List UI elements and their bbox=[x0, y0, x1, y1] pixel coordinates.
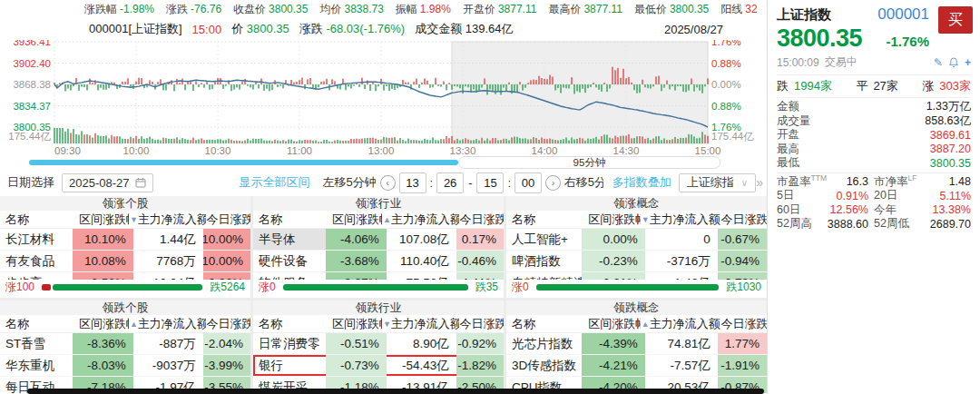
cell-name: 日常消费零 bbox=[253, 333, 326, 354]
column-header[interactable]: 今日涨跌幅 bbox=[720, 212, 767, 228]
column-header[interactable]: 名称 bbox=[253, 316, 332, 332]
start-minute-input[interactable] bbox=[436, 172, 464, 193]
table-row[interactable]: 步步高9.52%10.04亿9.96% bbox=[0, 272, 250, 280]
stat-label: 涨跌幅 bbox=[84, 3, 117, 15]
column-header[interactable]: 今日涨跌幅 bbox=[720, 316, 767, 332]
table-row[interactable]: 有友食品10.08%7768万10.00% bbox=[0, 251, 250, 272]
column-header-label: 今日涨跌幅 bbox=[206, 316, 250, 332]
column-header[interactable]: 区间涨跌幅▲ bbox=[79, 316, 138, 332]
pair-value: 0.91% bbox=[837, 190, 874, 202]
pair-label: 20日 bbox=[874, 188, 897, 203]
table-row[interactable]: 3D传感指数-4.21%-7.57亿-1.91% bbox=[506, 355, 767, 377]
edit-icon[interactable]: ✎ bbox=[934, 57, 943, 68]
column-header[interactable]: 名称 bbox=[506, 212, 588, 228]
date-value: 2025-08-27 bbox=[69, 176, 130, 190]
table-header[interactable]: 名称区间涨跌幅▲主力净流入额今日涨跌幅 bbox=[0, 315, 250, 333]
table-row[interactable]: 软件服务-3.27%75.56亿-1.11% bbox=[253, 272, 504, 280]
stock-app-window: 涨跌幅-1.98%涨跌-76.76收盘价3800.35均价3838.73振幅1.… bbox=[0, 0, 980, 394]
step-back-icon[interactable]: ‹ bbox=[380, 175, 396, 191]
move-left-label[interactable]: 左移5分钟 bbox=[323, 174, 377, 191]
multi-index-overlay-link[interactable]: 多指数叠加 bbox=[612, 174, 671, 191]
pair-value: 3888.60 bbox=[828, 218, 874, 231]
column-header[interactable]: 名称 bbox=[253, 212, 332, 228]
table-header[interactable]: 名称区间涨跌幅▼主力净流入额今日涨跌幅 bbox=[0, 211, 250, 229]
slider-window-handle[interactable]: 95分钟 bbox=[458, 156, 720, 169]
step-forward-icon[interactable]: › bbox=[545, 175, 561, 191]
column-header[interactable]: 今日涨跌幅 bbox=[206, 212, 250, 228]
table-row[interactable]: 啤酒指数-0.23%-3716万-0.94% bbox=[506, 251, 767, 272]
stat-value: 858.63亿 bbox=[925, 113, 971, 129]
column-header[interactable]: 主力净流入额 bbox=[650, 316, 721, 332]
index-select-dropdown[interactable]: 上证综指 ∨ bbox=[679, 173, 756, 192]
table-row[interactable]: 半导体-4.06%107.08亿0.17% bbox=[253, 229, 504, 251]
table-header[interactable]: 名称区间涨跌幅▼主力净流入额今日涨跌幅 bbox=[506, 211, 767, 229]
table-row[interactable]: 日常消费零-0.51%8.90亿-0.92% bbox=[253, 333, 504, 355]
table-row[interactable]: ST香雪-8.36%-887万-2.04% bbox=[0, 333, 250, 355]
column-header[interactable]: 主力净流入额 bbox=[391, 316, 460, 332]
table-header[interactable]: 名称区间涨跌幅▲主力净流入额今日涨跌幅 bbox=[506, 315, 767, 333]
end-hour-input[interactable] bbox=[476, 172, 504, 193]
show-full-range-link[interactable]: 显示全部区间 bbox=[240, 174, 310, 191]
cell-value: 1.46亿 bbox=[645, 272, 718, 280]
updown-summary-bar: 涨0跌1030 bbox=[506, 280, 767, 294]
down-count-label: 跌5264 bbox=[210, 280, 245, 295]
table-row[interactable]: 专精特新精选-0.21%1.46亿-0.79% bbox=[506, 272, 767, 280]
column-header[interactable]: 今日涨跌幅 bbox=[459, 316, 504, 332]
chevron-down-icon: ∨ bbox=[741, 178, 748, 188]
table-row[interactable]: 人工智能+0.00%0-0.67% bbox=[506, 229, 767, 251]
column-header[interactable]: 主力净流入额 bbox=[391, 212, 460, 228]
stat-label: 均价 bbox=[319, 3, 341, 15]
column-header[interactable]: 名称 bbox=[0, 212, 79, 228]
column-header-label: 区间涨跌幅 bbox=[332, 212, 382, 228]
column-header[interactable]: 主力净流入额 bbox=[650, 212, 721, 228]
column-header[interactable]: 区间涨跌幅▲ bbox=[332, 212, 391, 228]
column-header[interactable]: 名称 bbox=[506, 316, 588, 332]
date-picker[interactable]: 2025-08-27 bbox=[62, 173, 153, 192]
buy-button[interactable]: 买 bbox=[938, 6, 973, 34]
video-scrub-bar[interactable] bbox=[27, 389, 764, 394]
column-header[interactable]: 区间涨跌幅▼ bbox=[332, 316, 391, 332]
start-hour-input[interactable] bbox=[399, 172, 426, 193]
index-code[interactable]: 000001 bbox=[877, 5, 929, 24]
column-header[interactable]: 今日涨跌幅 bbox=[459, 212, 504, 228]
cell-name: 华东重机 bbox=[0, 355, 73, 376]
column-header[interactable]: 主力净流入额 bbox=[138, 316, 207, 332]
stat-label: 最高价 bbox=[548, 3, 581, 15]
end-minute-input[interactable] bbox=[514, 172, 542, 193]
alarm-icon[interactable] bbox=[948, 57, 959, 68]
table-row[interactable]: 长江材料10.10%1.44亿10.00% bbox=[0, 229, 250, 251]
intraday-chart[interactable]: 3936.413902.403868.383834.373800.351.76%… bbox=[0, 40, 767, 156]
table-row[interactable]: 华东重机-8.03%-9037万-3.99% bbox=[0, 355, 250, 377]
quote-pair-row: 市盈率TTM16.3市净率LF1.48 bbox=[777, 175, 971, 190]
column-header[interactable]: 区间涨跌幅▼ bbox=[588, 212, 649, 228]
pair-label: 52周低 bbox=[874, 216, 909, 231]
column-header[interactable]: 区间涨跌幅▲ bbox=[588, 316, 649, 332]
slider-track-filled[interactable] bbox=[29, 160, 458, 165]
collapse-arrows-icon[interactable]: » bbox=[756, 175, 763, 190]
move-right-label[interactable]: 右移5分钟 bbox=[564, 174, 603, 191]
pair-label-sup: LF bbox=[908, 173, 917, 182]
cell-value: -0.23% bbox=[582, 251, 645, 271]
quote-stat-row: 开盘3869.61 bbox=[777, 128, 971, 143]
range-slider[interactable]: 95分钟 bbox=[29, 156, 720, 169]
table-row[interactable]: 银行-0.73%-54.43亿-1.82% bbox=[253, 355, 504, 377]
table-title: 领跌概念 bbox=[506, 300, 767, 315]
add-icon[interactable]: + bbox=[965, 57, 971, 68]
top-stat-item: 均价3838.73 bbox=[319, 2, 383, 17]
pair-cell: 52周低2689.70 bbox=[874, 217, 971, 231]
sort-asc-icon: ▲ bbox=[383, 215, 391, 224]
column-header[interactable]: 主力净流入额 bbox=[138, 212, 207, 228]
column-header[interactable]: 今日涨跌幅 bbox=[206, 316, 250, 332]
column-header-label: 名称 bbox=[259, 212, 282, 228]
table-header[interactable]: 名称区间涨跌幅▼主力净流入额今日涨跌幅 bbox=[253, 315, 504, 333]
stat-label: 开盘价 bbox=[463, 3, 495, 15]
table-row[interactable]: 光芯片指数-4.39%74.81亿1.77% bbox=[506, 333, 767, 355]
table-header[interactable]: 名称区间涨跌幅▲主力净流入额今日涨跌幅 bbox=[253, 211, 504, 229]
cell-name: 软件服务 bbox=[253, 272, 326, 280]
updown-summary-bar: 涨0跌35 bbox=[253, 280, 504, 294]
table-row[interactable]: 硬件设备-3.68%110.40亿-0.46% bbox=[253, 251, 504, 272]
column-header-label: 主力净流入额 bbox=[650, 316, 720, 332]
column-header[interactable]: 名称 bbox=[0, 316, 79, 332]
updown-summary-bar: 涨100跌5264 bbox=[0, 280, 250, 294]
column-header[interactable]: 区间涨跌幅▼ bbox=[79, 212, 138, 228]
